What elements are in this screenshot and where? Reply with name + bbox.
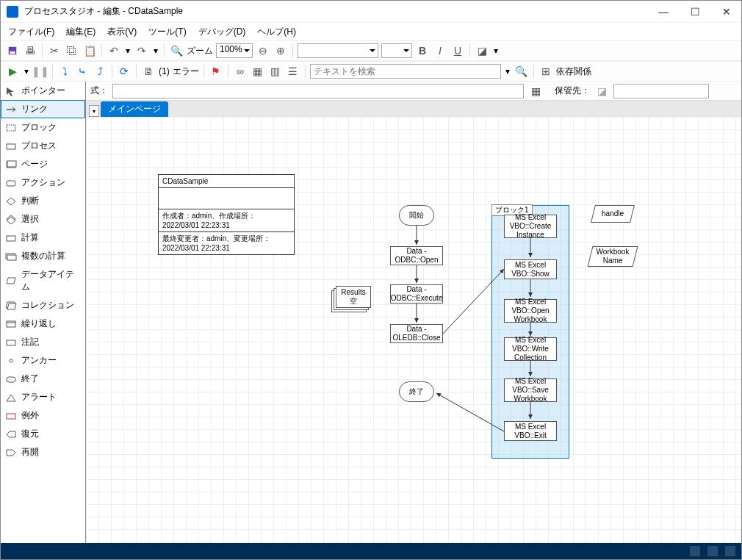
refresh-icon[interactable]: ⟳ [117, 64, 132, 79]
tool-アクション[interactable]: アクション [1, 173, 85, 192]
menu-edit[interactable]: 編集(E) [66, 26, 96, 38]
tool-icon [5, 86, 17, 96]
maximize-button[interactable]: ☐ [686, 4, 705, 19]
italic-icon[interactable]: I [433, 43, 447, 58]
menu-tool[interactable]: ツール(T) [148, 26, 186, 38]
find-icon[interactable]: 🔍 [514, 64, 529, 79]
tool-icon [5, 429, 17, 439]
excel-show[interactable]: MS Excel VBO::Show [504, 259, 557, 279]
excel-open-workbook[interactable]: MS Excel VBO::Open Workbook [504, 299, 557, 323]
tool-アラート[interactable]: アラート [1, 388, 85, 406]
tool-選択[interactable]: 選択 [1, 210, 85, 229]
pause-icon[interactable]: ❚❚ [33, 64, 48, 79]
redo-icon[interactable]: ↷ [134, 43, 149, 58]
search-input[interactable] [310, 64, 501, 79]
zoom-combo[interactable]: 100% [216, 43, 253, 58]
font-color-icon[interactable]: ◪ [475, 43, 489, 58]
tool-コレクション[interactable]: コレクション [1, 296, 85, 315]
grid-icon[interactable]: ▥ [268, 64, 283, 79]
list-icon[interactable]: ☰ [286, 64, 300, 79]
tool-icon [5, 392, 17, 403]
end-node[interactable]: 終了 [399, 381, 434, 402]
tool-プロセス[interactable]: プロセス [1, 137, 85, 155]
status-icon-3[interactable] [725, 546, 735, 556]
save-to-input[interactable] [613, 84, 709, 98]
close-button[interactable]: ✕ [718, 4, 735, 19]
save-to-icon[interactable]: ◪ [594, 84, 609, 98]
menu-help[interactable]: ヘルプ(H) [257, 26, 296, 38]
status-icon-1[interactable] [690, 546, 700, 556]
document-icon[interactable]: 🗎 [141, 64, 156, 79]
tab-dropdown[interactable]: ▾ [89, 105, 99, 117]
tool-icon [5, 301, 17, 311]
handle-dataitem[interactable]: handle [591, 205, 635, 223]
process-info-box[interactable]: CDataSample 作成者：admin、作成場所：2022/03/01 22… [158, 174, 295, 255]
status-icon-2[interactable] [707, 546, 718, 556]
zoom-icon[interactable]: 🔍 [169, 43, 184, 58]
flag-icon[interactable]: ⚑ [209, 64, 223, 79]
minimize-button[interactable]: ― [654, 4, 673, 19]
tool-繰り返し[interactable]: 繰り返し [1, 315, 85, 333]
step-into-icon[interactable]: ⤵ [57, 64, 72, 79]
print-icon[interactable]: 🖶 [23, 43, 37, 58]
tool-アンカー[interactable]: アンカー [1, 351, 85, 370]
tool-例外[interactable]: 例外 [1, 406, 85, 425]
font-family-combo[interactable] [298, 43, 378, 58]
tab-main[interactable]: メインページ [101, 101, 168, 117]
excel-save-workbook[interactable]: MS Excel VBO::Save Workbook [504, 378, 557, 402]
tool-判断[interactable]: 判断 [1, 192, 85, 210]
link-icon[interactable]: ∞ [233, 64, 248, 79]
tool-リンク[interactable]: リンク [1, 100, 85, 118]
titlebar: プロセススタジオ - 編集 - CDataSample ― ☐ ✕ [1, 1, 741, 23]
excel-exit[interactable]: MS Excel VBO::Exit [504, 421, 557, 441]
menu-file[interactable]: ファイル(F) [8, 26, 54, 38]
tabstrip: ▾ メインページ [86, 101, 741, 117]
play-icon[interactable]: ▶ [5, 64, 20, 79]
cut-icon[interactable]: ✂ [47, 43, 62, 58]
error-label[interactable]: エラー [173, 65, 199, 78]
doc2-icon[interactable]: ▦ [251, 64, 265, 79]
start-node[interactable]: 開始 [399, 205, 434, 226]
data-odbc-open[interactable]: Data - ODBC::Open [390, 246, 443, 265]
zoom-out-icon[interactable]: ⊖ [256, 43, 270, 58]
data-oledb-close[interactable]: Data - OLEDB::Close [390, 324, 443, 343]
data-odbc-execute[interactable]: Data - ODBC::Execute [390, 284, 443, 304]
formula-input[interactable] [112, 84, 524, 98]
formula-grid-icon[interactable]: ▦ [528, 84, 543, 98]
tool-計算[interactable]: 計算 [1, 229, 85, 247]
workbook-name-dataitem[interactable]: Workbook Name [588, 246, 638, 267]
app-icon [7, 6, 18, 18]
menu-debug[interactable]: デバッグ(D) [198, 26, 246, 38]
formula-label: 式： [90, 85, 108, 97]
tool-ページ[interactable]: ページ [1, 155, 85, 173]
underline-icon[interactable]: U [450, 43, 465, 58]
excel-create-instance[interactable]: MS Excel VBO::Create Instance [504, 215, 557, 238]
paste-icon[interactable]: 📋 [82, 43, 97, 58]
toolbar-1: 🖶 ✂ ⿻ 📋 ↶ ▾ ↷ ▾ 🔍 ズーム 100% ⊖ ⊕ B I U ◪ ▾ [1, 40, 741, 61]
svg-point-14 [10, 359, 12, 362]
tree-icon[interactable]: ⊞ [539, 64, 553, 79]
svg-rect-4 [7, 144, 15, 149]
zoom-in-icon[interactable]: ⊕ [273, 43, 288, 58]
tool-複数の計算[interactable]: 複数の計算 [1, 247, 85, 265]
canvas[interactable]: CDataSample 作成者：admin、作成場所：2022/03/01 22… [86, 117, 741, 543]
undo-icon[interactable]: ↶ [107, 43, 121, 58]
tool-終了[interactable]: 終了 [1, 370, 85, 388]
bold-icon[interactable]: B [415, 43, 430, 58]
tool-再開[interactable]: 再開 [1, 443, 85, 462]
save-icon[interactable] [5, 43, 20, 58]
tool-icon [5, 123, 17, 133]
tool-復元[interactable]: 復元 [1, 425, 85, 443]
tool-ポインター[interactable]: ポインター [1, 82, 85, 100]
menu-view[interactable]: 表示(V) [107, 26, 137, 38]
tool-注記[interactable]: 注記 [1, 333, 85, 351]
font-size-combo[interactable] [381, 43, 412, 58]
dependencies-label[interactable]: 依存関係 [556, 65, 591, 78]
copy-icon[interactable]: ⿻ [65, 43, 79, 58]
excel-write-collection[interactable]: MS Excel VBO::Write Collection [504, 337, 557, 361]
step-over-icon[interactable]: ⤷ [75, 64, 90, 79]
svg-rect-3 [7, 125, 15, 131]
tool-ブロック[interactable]: ブロック [1, 118, 85, 137]
tool-データアイテム[interactable]: データアイテム [1, 265, 85, 296]
step-out-icon[interactable]: ⤴ [93, 64, 107, 79]
